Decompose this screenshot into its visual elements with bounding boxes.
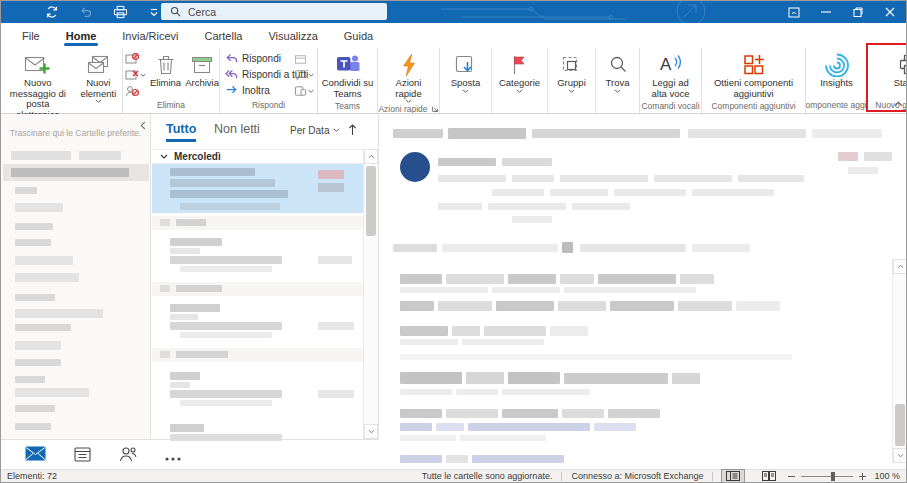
reading-view-button[interactable] [758, 470, 780, 482]
redacted-folder[interactable] [15, 388, 89, 397]
ribbon-display-options-button[interactable] [778, 1, 810, 23]
scroll-thumb[interactable] [895, 404, 905, 446]
sender-avatar[interactable] [400, 152, 430, 182]
groups-button[interactable]: Gruppi [555, 50, 588, 95]
send-receive-icon [45, 5, 59, 19]
redacted[interactable] [170, 424, 204, 432]
tab-guida[interactable]: Guida [331, 23, 386, 48]
redacted-folder[interactable] [15, 223, 53, 230]
redacted-body [442, 244, 558, 252]
filter-tab-unread[interactable]: Non letti [214, 122, 260, 136]
zoom-level[interactable]: 100 % [874, 471, 900, 481]
redacted-link[interactable] [594, 423, 636, 431]
tab-invia-ricevi[interactable]: Invia/Ricevi [109, 23, 191, 48]
meeting-button[interactable] [294, 52, 314, 66]
quick-steps-button[interactable]: Azioni rapide [385, 50, 433, 105]
close-button[interactable] [874, 1, 906, 23]
redacted [170, 390, 282, 398]
forward-button[interactable]: Inoltra [225, 83, 270, 98]
redacted-folder[interactable] [15, 309, 103, 318]
zoom-slider[interactable] [788, 473, 866, 480]
reply-button[interactable]: Rispondi [225, 51, 281, 66]
filter-tab-all[interactable]: Tutto [166, 122, 196, 136]
scroll-up-button[interactable] [364, 149, 378, 164]
redacted-folder[interactable] [15, 239, 51, 246]
scroll-up-button[interactable] [893, 259, 907, 274]
delete-button[interactable]: Elimina [148, 50, 183, 90]
arrow-down-icon [368, 429, 375, 434]
close-icon [885, 7, 895, 17]
zoom-out-icon[interactable] [788, 476, 795, 477]
new-items-button[interactable]: Nuovi elementi [75, 50, 122, 105]
new-mail-button[interactable]: Nuovo messaggio di posta elettronica [1, 50, 75, 121]
tab-cartella[interactable]: Cartella [192, 23, 256, 48]
redacted-link[interactable] [400, 455, 442, 463]
nav-calendar-button[interactable] [74, 446, 91, 466]
minimize-button[interactable] [810, 1, 842, 23]
scroll-down-button[interactable] [893, 448, 907, 463]
move-button[interactable]: Sposta [449, 50, 483, 95]
categorize-button[interactable]: Categorie [497, 50, 542, 95]
more-respond-button[interactable] [294, 84, 314, 98]
redacted-link[interactable] [472, 455, 564, 463]
date-group-header[interactable]: Mercoledì [152, 149, 378, 164]
search-input[interactable]: Cerca [161, 3, 387, 20]
sort-direction-button[interactable] [348, 122, 357, 140]
archive-button[interactable]: Archivia [183, 50, 221, 90]
zoom-thumb[interactable] [831, 472, 835, 481]
undo-button[interactable] [77, 3, 95, 21]
redacted-folder[interactable] [79, 151, 121, 160]
redacted-folder[interactable] [15, 203, 63, 212]
find-button[interactable]: Trova [604, 50, 632, 95]
send-receive-button[interactable] [43, 3, 61, 21]
get-addins-button[interactable]: Ottieni componenti aggiuntivi [706, 50, 802, 100]
print-button[interactable]: Stampa [892, 50, 907, 90]
tab-visualizza[interactable]: Visualizza [255, 23, 330, 48]
redacted[interactable] [170, 238, 222, 246]
redacted-link[interactable] [468, 423, 590, 431]
redacted-folder[interactable] [15, 359, 61, 366]
ignore-button[interactable] [125, 52, 146, 66]
nav-people-button[interactable] [119, 446, 137, 466]
junk-button[interactable] [125, 68, 146, 82]
zoom-in-icon[interactable] [859, 473, 866, 480]
nav-mail-button[interactable] [25, 446, 46, 465]
redacted-folder[interactable] [15, 324, 71, 331]
zoom-track[interactable] [801, 476, 853, 477]
redacted-folder[interactable] [15, 376, 45, 383]
scroll-thumb[interactable] [366, 166, 376, 236]
redacted-folder[interactable] [15, 273, 79, 282]
reading-pane-scrollbar[interactable] [892, 259, 907, 463]
sort-by-dropdown[interactable]: Per Data [290, 125, 340, 136]
redacted-folder[interactable] [15, 187, 37, 194]
im-button[interactable] [294, 68, 314, 82]
redacted-folder[interactable] [15, 256, 73, 265]
tab-file[interactable]: File [9, 23, 53, 48]
redacted-subject [812, 129, 882, 138]
message-list-scrollbar[interactable] [363, 149, 378, 439]
normal-view-button[interactable] [722, 470, 744, 482]
read-aloud-icon: A [658, 53, 684, 77]
read-aloud-button[interactable]: A Leggi ad alta voce [645, 50, 697, 100]
dialog-launcher-icon[interactable] [431, 105, 439, 113]
redacted-link[interactable] [436, 423, 464, 431]
tab-home[interactable]: Home [53, 23, 110, 48]
redacted-folder[interactable] [11, 151, 71, 160]
redacted-folder[interactable] [15, 341, 61, 350]
collapse-ribbon-button[interactable] [894, 93, 903, 111]
redacted-folder[interactable] [15, 294, 55, 301]
redacted-link[interactable] [400, 423, 432, 431]
redacted[interactable] [838, 152, 858, 161]
scroll-down-button[interactable] [364, 424, 378, 439]
insights-button[interactable]: Insights [818, 50, 855, 90]
redacted[interactable] [864, 152, 892, 161]
redacted[interactable] [170, 372, 200, 380]
share-to-teams-button[interactable]: Condividi su Teams [318, 50, 377, 100]
block-sender-button[interactable] [125, 84, 146, 98]
redacted-folder[interactable] [15, 405, 55, 412]
redacted[interactable] [170, 304, 220, 312]
nav-more-apps-button[interactable] [165, 447, 181, 465]
redacted-folder[interactable] [15, 423, 51, 430]
quick-print-button[interactable] [111, 3, 129, 21]
maximize-button[interactable] [842, 1, 874, 23]
